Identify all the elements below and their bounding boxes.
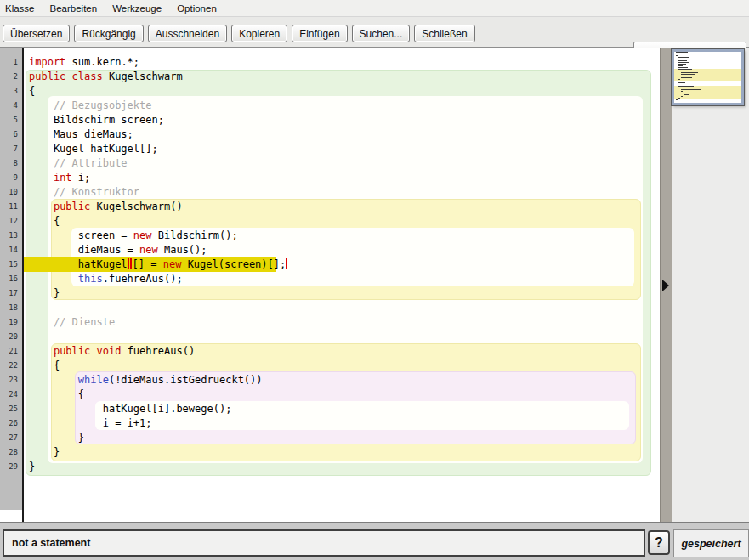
- code-line-29: }: [29, 460, 35, 474]
- code-line-25: hatKugel[i].bewege();: [29, 402, 231, 416]
- code-line-11: public Kugelschwarm(): [29, 200, 183, 214]
- toolbar-button-rückgängig[interactable]: Rückgängig: [74, 25, 143, 42]
- code-line-3: {: [29, 84, 35, 99]
- code-editor: 1234567891011121314151617181920212223242…: [0, 48, 749, 522]
- line-number: 15: [0, 257, 18, 272]
- collapse-arrow-icon[interactable]: [662, 280, 669, 291]
- line-number: 22: [0, 359, 18, 373]
- line-number: 10: [0, 185, 18, 200]
- status-message: not a statement: [4, 537, 90, 549]
- minimap-mark: [678, 69, 692, 70]
- code-line-10: // Konstruktor: [29, 185, 139, 200]
- line-number: 5: [0, 113, 18, 127]
- minimap-mark: [678, 71, 680, 71]
- help-button[interactable]: ?: [648, 530, 670, 555]
- code-line-27: }: [29, 431, 84, 445]
- toolbar-button-kopieren[interactable]: Kopieren: [231, 25, 287, 42]
- minimap-line: [674, 99, 741, 101]
- minimap-mark: [678, 98, 680, 99]
- code-line-23: while(!dieMaus.istGedrueckt()): [29, 373, 263, 387]
- line-number: 23: [0, 373, 18, 387]
- minimap-mark: [681, 91, 683, 92]
- error-cursor-marker: [130, 258, 132, 269]
- minimap-mark: [676, 54, 693, 54]
- save-status-label: gespeichert: [681, 538, 740, 550]
- menu-item-bearbeiten[interactable]: Bearbeiten: [43, 3, 105, 14]
- menubar: KlasseBearbeitenWerkzeugeOptionen: [0, 0, 749, 17]
- minimap-mark: [678, 59, 690, 59]
- line-number: 29: [0, 460, 18, 474]
- code-line-13: screen = new Bildschirm();: [29, 229, 238, 243]
- line-number: 8: [0, 156, 18, 171]
- line-number-gutter: 1234567891011121314151617181920212223242…: [0, 48, 22, 510]
- line-number: 26: [0, 416, 18, 431]
- line-number: 27: [0, 431, 18, 445]
- minimap-mark: [684, 93, 697, 93]
- line-number: 28: [0, 445, 18, 460]
- minimap-mark: [681, 96, 683, 97]
- minimap-mark: [681, 89, 701, 90]
- code-line-26: i = i+1;: [29, 416, 152, 431]
- minimap-mark: [678, 79, 680, 80]
- minimap-mark: [678, 67, 688, 68]
- toolbar: ÜbersetzenRückgängigAusschneidenKopieren…: [0, 17, 749, 48]
- minimap-mark: [678, 65, 683, 66]
- toolbar-buttons: ÜbersetzenRückgängigAusschneidenKopieren…: [3, 25, 475, 42]
- minimap-mark: [681, 74, 695, 75]
- code-area[interactable]: import sum.kern.*;public class Kugelschw…: [24, 48, 660, 522]
- minimap-mark: [681, 76, 703, 76]
- code-line-9: int i;: [29, 171, 90, 185]
- line-number: 7: [0, 142, 18, 156]
- code-line-12: {: [29, 214, 60, 229]
- code-line-24: {: [29, 387, 84, 402]
- toolbar-button-einfügen[interactable]: Einfügen: [292, 25, 347, 42]
- toolbar-button-ausschneiden[interactable]: Ausschneiden: [148, 25, 227, 42]
- toolbar-button-schlieen[interactable]: Schließen: [414, 25, 474, 42]
- code-line-6: Maus dieMaus;: [29, 127, 133, 142]
- code-minimap[interactable]: [672, 49, 744, 105]
- code-line-22: {: [29, 359, 60, 373]
- menu-item-klasse[interactable]: Klasse: [0, 3, 43, 14]
- toolbar-button-übersetzen[interactable]: Übersetzen: [3, 25, 70, 42]
- line-number: 13: [0, 229, 18, 243]
- line-number: 19: [0, 315, 18, 330]
- menu-item-werkzeuge[interactable]: Werkzeuge: [105, 3, 169, 14]
- menu-item-optionen[interactable]: Optionen: [169, 3, 224, 14]
- panel-splitter[interactable]: [660, 48, 672, 522]
- code-line-16: this.fuehreAus();: [29, 272, 183, 286]
- code-line-14: dieMaus = new Maus();: [29, 243, 207, 257]
- line-number: 18: [0, 301, 18, 315]
- code-line-7: Kugel hatKugel[];: [29, 142, 158, 156]
- line-number: 24: [0, 387, 18, 402]
- minimap-mark: [678, 64, 686, 65]
- code-line-17: }: [29, 286, 60, 301]
- status-message-box: not a statement: [3, 529, 645, 557]
- code-line-15: hatKugel[] = new Kugel(screen)[];: [29, 257, 288, 272]
- code-line-5: Bildschirm screen;: [29, 113, 164, 127]
- minimap-mark: [678, 82, 685, 83]
- line-number: 12: [0, 214, 18, 229]
- line-number: 25: [0, 402, 18, 416]
- save-status-badge: gespeichert: [673, 529, 749, 557]
- code-line-28: }: [29, 445, 60, 460]
- line-number: 17: [0, 286, 18, 301]
- minimap-mark: [676, 99, 678, 100]
- line-number: 4: [0, 99, 18, 113]
- error-cursor-marker: [128, 258, 129, 269]
- minimap-mark: [676, 52, 688, 53]
- minimap-mark: [678, 62, 689, 63]
- minimap-mark: [676, 55, 678, 56]
- error-cursor-marker: [286, 258, 287, 269]
- toolbar-button-suchen[interactable]: Suchen...: [352, 25, 411, 42]
- minimap-mark: [678, 57, 689, 58]
- line-number: 3: [0, 84, 18, 99]
- code-line-8: // Attribute: [29, 156, 128, 171]
- code-line-1: import sum.kern.*;: [29, 55, 139, 70]
- line-number: 21: [0, 344, 18, 359]
- structure-panel: [672, 48, 749, 522]
- line-number: 20: [0, 330, 18, 344]
- line-number: 6: [0, 127, 18, 142]
- line-number: 14: [0, 243, 18, 257]
- code-line-4: // Bezugsobjekte: [29, 99, 152, 113]
- line-number: 2: [0, 70, 18, 84]
